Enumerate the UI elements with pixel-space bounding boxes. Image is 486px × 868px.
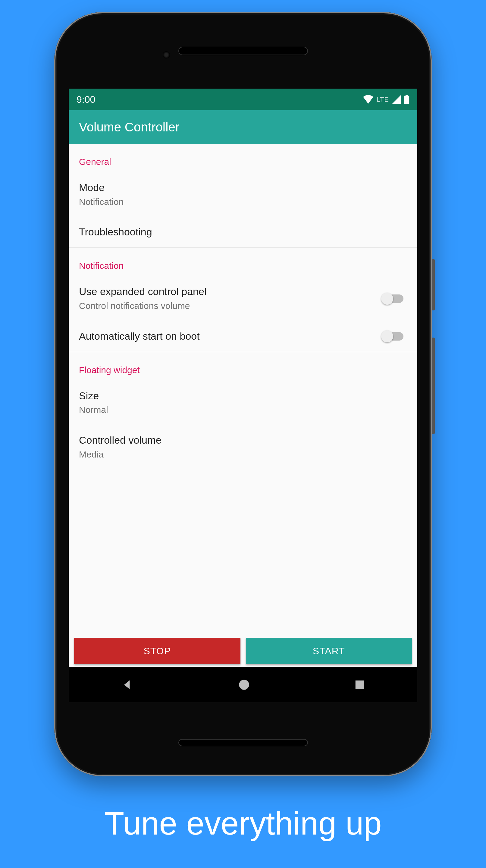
pref-summary: Normal: [79, 403, 407, 416]
phone-side-button: [432, 338, 435, 434]
signal-icon: [392, 95, 401, 104]
switch-auto-boot[interactable]: [382, 332, 403, 341]
pref-expanded-control[interactable]: Use expanded control panel Control notif…: [69, 276, 417, 321]
wifi-icon: [363, 95, 373, 104]
section-header-floating: Floating widget: [69, 352, 417, 381]
section-header-notification: Notification: [69, 248, 417, 276]
battery-icon: [404, 95, 410, 104]
nav-back-icon[interactable]: [121, 678, 134, 691]
pref-summary: Media: [79, 448, 407, 461]
app-title: Volume Controller: [79, 120, 180, 134]
svg-rect-1: [355, 681, 364, 689]
promo-caption: Tune everything up: [0, 804, 486, 842]
phone-speaker: [179, 739, 308, 746]
pref-controlled-volume[interactable]: Controlled volume Media: [69, 425, 417, 469]
start-button[interactable]: START: [246, 638, 412, 664]
switch-thumb: [381, 330, 393, 342]
nav-home-icon[interactable]: [238, 679, 250, 691]
pref-summary: Notification: [79, 195, 407, 209]
app-bar: Volume Controller: [69, 110, 417, 144]
section-header-general: General: [69, 144, 417, 173]
pref-mode[interactable]: Mode Notification: [69, 173, 417, 217]
phone-side-button: [432, 259, 435, 310]
settings-content[interactable]: General Mode Notification Troubleshootin…: [69, 144, 417, 667]
pref-auto-boot[interactable]: Automatically start on boot: [69, 321, 417, 352]
pref-title: Mode: [79, 181, 407, 195]
phone-camera: [163, 51, 170, 59]
screen: 9:00 LTE Volume Controller General Mode …: [69, 89, 417, 702]
phone-frame: 9:00 LTE Volume Controller General Mode …: [54, 12, 432, 776]
pref-summary: Control notifications volume: [79, 299, 382, 313]
button-row: STOP START: [69, 635, 417, 667]
pref-title: Use expanded control panel: [79, 285, 382, 299]
switch-thumb: [381, 293, 393, 305]
status-bar: 9:00 LTE: [69, 89, 417, 110]
switch-expanded[interactable]: [382, 294, 403, 303]
lte-label: LTE: [376, 96, 389, 103]
pref-size[interactable]: Size Normal: [69, 381, 417, 425]
pref-title: Troubleshooting: [79, 225, 407, 239]
pref-title: Size: [79, 389, 407, 403]
status-time: 9:00: [76, 94, 95, 105]
pref-troubleshooting[interactable]: Troubleshooting: [69, 217, 417, 247]
phone-earpiece: [179, 47, 308, 55]
status-icons: LTE: [363, 95, 410, 104]
stop-button[interactable]: STOP: [74, 638, 240, 664]
pref-title: Automatically start on boot: [79, 330, 382, 343]
nav-recent-icon[interactable]: [354, 679, 365, 690]
svg-point-0: [239, 680, 249, 689]
pref-title: Controlled volume: [79, 433, 407, 447]
nav-bar: [69, 667, 417, 702]
